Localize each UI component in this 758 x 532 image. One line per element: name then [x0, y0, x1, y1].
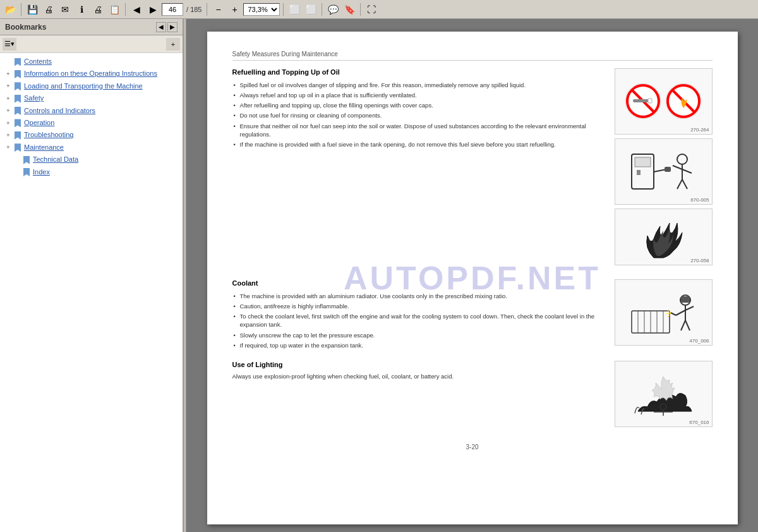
copy-button[interactable]: 📋 [107, 3, 122, 16]
bookmark-icon-contents [13, 57, 22, 66]
toggle-operation[interactable]: + [4, 119, 13, 128]
toggle-troubleshooting[interactable]: + [4, 131, 13, 140]
sidebar-label-operation: Operation [24, 118, 179, 128]
save-button[interactable]: 💾 [25, 3, 40, 16]
info-button[interactable]: ℹ [74, 3, 89, 16]
bullet-3: After refuelling and topping up, close t… [232, 100, 605, 111]
toggle-index[interactable] [13, 168, 21, 177]
sidebar-item-index[interactable]: Index [0, 166, 183, 178]
sidebar-label-safety: Safety [24, 94, 179, 103]
separator [21, 3, 21, 16]
sidebar-item-contents[interactable]: Contents [0, 56, 183, 68]
zoom-in-button[interactable]: + [227, 3, 242, 16]
toggle-safety[interactable]: + [4, 94, 13, 103]
toggle-maintenance[interactable]: + [4, 143, 13, 152]
svg-line-31 [681, 320, 685, 330]
img3-caption: 270-058 [690, 258, 709, 263]
separator3 [207, 3, 207, 16]
bookmark-icon-technical [22, 155, 31, 164]
print-button[interactable]: 🖨 [41, 3, 56, 16]
coolant-img-caption: 470_006 [689, 338, 709, 344]
sidebar-item-controls[interactable]: + Controls and Indicators [0, 105, 183, 117]
stamp-button[interactable]: 🔖 [342, 3, 357, 16]
nav-forward-button[interactable]: ▶ [145, 3, 160, 16]
lighting-title: Use of Lighting [232, 361, 605, 368]
svg-line-28 [676, 310, 685, 315]
sidebar-content: Contents + Information on these Operatin… [0, 53, 183, 532]
toggle-technical[interactable] [13, 155, 21, 164]
coolant-text: Coolant The machine is provided with an … [232, 279, 605, 351]
refuelling-title: Refuelling and Topping Up of Oil [232, 68, 605, 76]
svg-rect-4 [648, 99, 652, 103]
sidebar-expand-button[interactable]: ▶ [167, 22, 177, 32]
separator2 [125, 3, 126, 16]
toggle-info[interactable]: + [4, 70, 13, 78]
page-input[interactable]: 46 [162, 3, 183, 16]
img2-caption: 670-005 [690, 197, 709, 203]
section-header: Safety Measures During Maintenance [232, 51, 713, 61]
bullet-5: Ensure that neither oil nor fuel can see… [232, 121, 605, 140]
sidebar-label-index: Index [33, 167, 179, 177]
bookmark-icon-info [13, 70, 22, 78]
comment-button[interactable]: 💬 [325, 3, 340, 16]
pdf-area[interactable]: AUTOPDF.NET Safety Measures During Maint… [186, 19, 758, 532]
coolant-bullet-1: The machine is provided with an aluminiu… [232, 291, 605, 301]
bookmark-icon-maintenance [13, 143, 22, 152]
sidebar-item-info[interactable]: + Information on these Operating Instruc… [0, 68, 183, 80]
coolant-img: 470_006 [615, 279, 713, 346]
sidebar-collapse-button[interactable]: ◀ [156, 22, 166, 32]
toggle-controls[interactable]: + [4, 107, 13, 116]
open-button[interactable]: 📂 [3, 3, 18, 16]
img1-caption: 270-264 [690, 127, 709, 133]
sidebar-item-technical[interactable]: Technical Data [0, 154, 183, 166]
svg-rect-10 [637, 170, 641, 175]
bullet-2: Always refuel and top up oil in a place … [232, 90, 605, 100]
fit-width-button[interactable]: ⬜ [303, 3, 318, 16]
expand-button[interactable]: ⛶ [364, 3, 379, 16]
email-button[interactable]: ✉ [57, 3, 73, 16]
refuelling-img1: 270-264 [615, 68, 713, 135]
svg-line-32 [685, 320, 690, 330]
sidebar-toolbar: ☰▾ + [0, 35, 183, 53]
lighting-image: 670_016 [615, 361, 713, 431]
sidebar-add-button[interactable]: + [166, 38, 180, 51]
zoom-select[interactable]: 50% 73,3% 73,3% 100% 125% [243, 3, 280, 16]
bookmark-icon-safety [13, 94, 22, 103]
sidebar-item-troubleshooting[interactable]: + Troubleshooting [0, 129, 183, 141]
bookmark-icon-operation [13, 119, 22, 128]
sidebar-label-troubleshooting: Troubleshooting [24, 130, 179, 140]
coolant-bullets: The machine is provided with an aluminiu… [232, 291, 605, 351]
refuelling-section: Refuelling and Topping Up of Oil Spilled… [232, 68, 713, 269]
fit-page-button[interactable]: ⬜ [287, 3, 302, 16]
sidebar-label-contents: Contents [24, 57, 179, 66]
svg-rect-9 [635, 157, 651, 167]
coolant-bullet-5: If required, top up water in the expansi… [232, 340, 605, 350]
svg-line-18 [682, 179, 687, 189]
prev-button[interactable]: 🖨 [90, 3, 105, 16]
toolbar: 📂 💾 🖨 ✉ ℹ 🖨 📋 ◀ ▶ 46 / 185 − + 50% 73,3%… [0, 0, 758, 19]
coolant-title: Coolant [232, 279, 605, 287]
lighting-img-caption: 670_016 [689, 420, 709, 425]
sidebar-item-operation[interactable]: + Operation [0, 117, 183, 129]
svg-line-30 [685, 306, 694, 310]
zoom-out-button[interactable]: − [210, 3, 226, 16]
bullet-4: Do not use fuel for rinsing or cleaning … [232, 111, 605, 121]
refuelling-bullets: Spilled fuel or oil involves danger of s… [232, 80, 605, 150]
coolant-section: Coolant The machine is provided with an … [232, 279, 713, 351]
sidebar-item-safety[interactable]: + Safety [0, 92, 183, 104]
toggle-contents[interactable] [4, 57, 13, 66]
sidebar-header: Bookmarks ◀ ▶ [0, 19, 183, 35]
coolant-bullet-2: Caution, antifreeze is highly inflammabl… [232, 301, 605, 311]
sidebar-item-maintenance[interactable]: + Maintenance [0, 142, 183, 154]
sidebar-options-button[interactable]: ☰▾ [3, 38, 16, 51]
lighting-text: Use of Lighting Always use explosion-pro… [232, 361, 605, 431]
nav-back-button[interactable]: ◀ [129, 3, 144, 16]
sidebar-item-loading[interactable]: + Loading and Transporting the Machine [0, 80, 183, 92]
toggle-loading[interactable]: + [4, 82, 13, 91]
refuelling-img3: 270-058 [615, 209, 713, 265]
sidebar-label-maintenance: Maintenance [24, 143, 179, 152]
coolant-bullet-3: To check the coolant level, first switch… [232, 311, 605, 330]
bullet-1: Spilled fuel or oil involves danger of s… [232, 80, 605, 90]
svg-point-13 [677, 154, 687, 164]
svg-rect-12 [665, 167, 671, 172]
